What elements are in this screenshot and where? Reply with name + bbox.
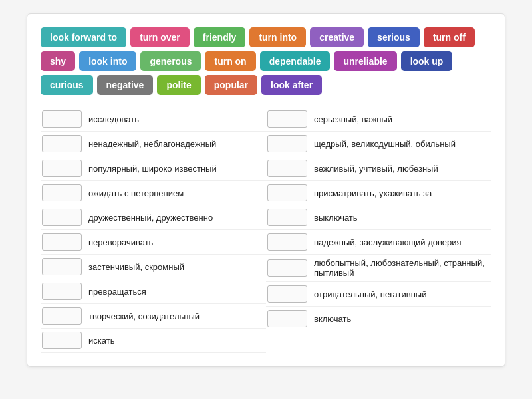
- match-definition: превращаться: [88, 287, 146, 297]
- answer-box[interactable]: [42, 233, 82, 251]
- match-definition: серьезный, важный: [314, 114, 392, 124]
- match-definition: творческий, созидательный: [88, 311, 200, 321]
- answer-box[interactable]: [267, 233, 307, 251]
- tag-negative[interactable]: negative: [97, 75, 154, 95]
- match-definition: популярный, широко известный: [88, 164, 217, 174]
- tag-shy[interactable]: shy: [41, 51, 75, 71]
- answer-box[interactable]: [42, 332, 82, 349]
- right-match-row: серьезный, важный: [266, 107, 491, 132]
- left-match-row: исследовать: [41, 107, 266, 132]
- match-definition: ненадежный, неблагонадежный: [88, 139, 216, 149]
- tags-row-3: curiousnegativepolitepopularlook after: [41, 75, 491, 95]
- answer-box[interactable]: [267, 135, 307, 152]
- answer-box[interactable]: [42, 160, 82, 177]
- tag-look-into[interactable]: look into: [79, 51, 136, 71]
- tag-turn-over[interactable]: turn over: [130, 27, 190, 47]
- right-match-row: любопытный, любознательный, странный, пы…: [266, 255, 491, 282]
- tags-row-1: look forward toturn overfriendlyturn int…: [41, 27, 491, 47]
- answer-box[interactable]: [42, 258, 82, 275]
- right-match-row: надежный, заслуживающий доверия: [266, 230, 491, 255]
- answer-box[interactable]: [267, 160, 307, 177]
- match-definition: ожидать с нетерпением: [88, 188, 184, 198]
- right-match-row: отрицательный, негативный: [266, 282, 491, 307]
- match-section: исследоватьненадежный, неблагонадежныйпо…: [41, 107, 491, 353]
- left-column: исследоватьненадежный, неблагонадежныйпо…: [41, 107, 266, 353]
- tag-turn-on[interactable]: turn on: [205, 51, 255, 71]
- tag-look-forward-to[interactable]: look forward to: [41, 27, 126, 47]
- match-definition: застенчивый, скромный: [88, 262, 184, 272]
- answer-box[interactable]: [42, 307, 82, 325]
- match-definition: отрицательный, негативный: [314, 289, 426, 299]
- answer-box[interactable]: [267, 110, 307, 128]
- match-definition: любопытный, любознательный, странный, пы…: [314, 258, 490, 278]
- left-match-row: ненадежный, неблагонадежный: [41, 132, 266, 156]
- match-definition: искать: [88, 336, 114, 346]
- answer-box[interactable]: [267, 310, 307, 327]
- tag-creative[interactable]: creative: [310, 27, 364, 47]
- left-match-row: застенчивый, скромный: [41, 255, 266, 279]
- match-definition: включать: [314, 314, 351, 324]
- match-grid: исследоватьненадежный, неблагонадежныйпо…: [41, 107, 491, 353]
- answer-box[interactable]: [267, 259, 307, 277]
- tag-look-after[interactable]: look after: [261, 75, 322, 95]
- match-definition: выключать: [314, 213, 358, 223]
- left-match-row: ожидать с нетерпением: [41, 181, 266, 205]
- left-match-row: популярный, широко известный: [41, 156, 266, 181]
- tag-turn-into[interactable]: turn into: [249, 27, 306, 47]
- match-definition: исследовать: [88, 114, 139, 124]
- tag-serious[interactable]: serious: [368, 27, 420, 47]
- tag-polite[interactable]: polite: [157, 75, 200, 95]
- answer-box[interactable]: [42, 283, 82, 300]
- match-definition: переворачивать: [88, 237, 153, 247]
- answer-box[interactable]: [42, 135, 82, 152]
- tag-curious[interactable]: curious: [41, 75, 93, 95]
- match-definition: щедрый, великодушный, обильный: [314, 139, 456, 149]
- left-match-row: искать: [41, 329, 266, 353]
- tag-turn-off[interactable]: turn off: [424, 27, 475, 47]
- right-match-row: вежливый, учтивый, любезный: [266, 156, 491, 181]
- left-match-row: дружественный, дружественно: [41, 205, 266, 230]
- match-definition: вежливый, учтивый, любезный: [314, 164, 438, 174]
- answer-box[interactable]: [267, 285, 307, 303]
- match-definition: присматривать, ухаживать за: [314, 188, 432, 198]
- answer-box[interactable]: [42, 209, 82, 226]
- tag-dependable[interactable]: dependable: [260, 51, 331, 71]
- right-match-row: щедрый, великодушный, обильный: [266, 132, 491, 156]
- right-match-row: присматривать, ухаживать за: [266, 181, 491, 205]
- tag-popular[interactable]: popular: [205, 75, 257, 95]
- left-match-row: творческий, созидательный: [41, 304, 266, 329]
- right-column: серьезный, важныйщедрый, великодушный, о…: [266, 107, 491, 353]
- answer-box[interactable]: [267, 184, 307, 201]
- tag-generous[interactable]: generous: [140, 51, 201, 71]
- answer-box[interactable]: [267, 209, 307, 226]
- match-definition: надежный, заслуживающий доверия: [314, 237, 462, 247]
- tags-row-2: shylook intogenerousturn ondependableunr…: [41, 51, 491, 71]
- tags-section: look forward toturn overfriendlyturn int…: [41, 27, 491, 95]
- tag-friendly[interactable]: friendly: [194, 27, 246, 47]
- right-match-row: выключать: [266, 205, 491, 230]
- right-match-row: включать: [266, 307, 491, 331]
- match-definition: дружественный, дружественно: [88, 213, 213, 223]
- tag-unreliable[interactable]: unreliable: [334, 51, 396, 71]
- answer-box[interactable]: [42, 110, 82, 128]
- main-container: look forward toturn overfriendlyturn int…: [27, 13, 505, 367]
- left-match-row: переворачивать: [41, 230, 266, 255]
- left-match-row: превращаться: [41, 279, 266, 304]
- answer-box[interactable]: [42, 184, 82, 201]
- tag-look-up[interactable]: look up: [401, 51, 453, 71]
